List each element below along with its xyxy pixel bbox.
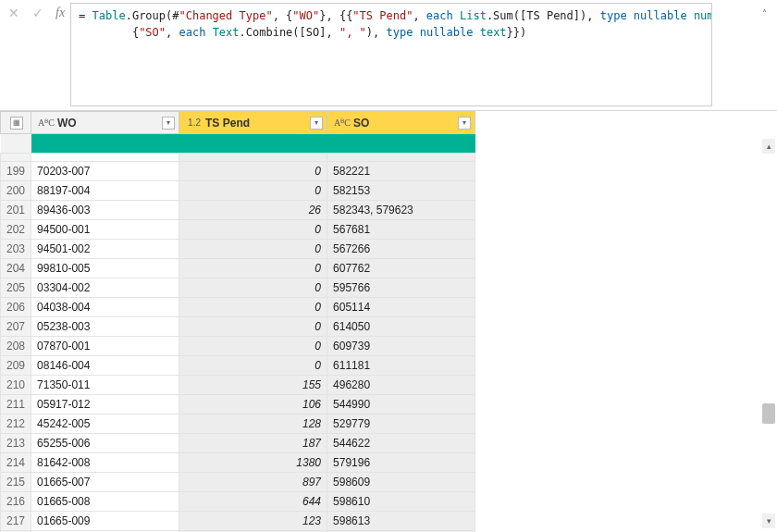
cell-so[interactable]: 582221 (327, 162, 475, 181)
table-row[interactable]: 21105917-012106544990 (1, 395, 475, 414)
row-index: 206 (1, 298, 31, 317)
table-row[interactable]: 21701665-009123598613 (1, 512, 475, 531)
cell-ts-pend[interactable]: 26 (179, 201, 327, 220)
scroll-down-button[interactable]: ▾ (762, 513, 775, 528)
cell-so[interactable]: 567681 (327, 220, 475, 240)
formula-accept-button[interactable]: ✓ (28, 4, 48, 22)
cell-wo[interactable]: 03304-002 (31, 278, 179, 298)
cell-ts-pend[interactable]: 0 (179, 162, 327, 181)
cell-wo[interactable]: 05917-012 (31, 395, 179, 414)
column-header-ts-pend[interactable]: 1.2 TS Pend ▾ (179, 112, 327, 134)
table-row[interactable]: 19970203-0070582221 (1, 162, 475, 181)
cell-wo[interactable]: 08146-004 (31, 356, 179, 376)
cell-wo[interactable]: 89436-003 (31, 201, 179, 220)
cell-so[interactable]: 582153 (327, 181, 475, 201)
table-row[interactable]: 20908146-0040611181 (1, 356, 475, 376)
cell-so[interactable]: 605114 (327, 298, 475, 317)
column-filter-button[interactable]: ▾ (310, 117, 323, 130)
column-header-so[interactable]: AᴮC SO ▾ (327, 112, 475, 134)
scroll-up-button[interactable]: ▴ (762, 139, 775, 154)
cell-wo[interactable]: 94501-002 (31, 240, 179, 259)
cell-so[interactable]: 611181 (327, 356, 475, 376)
cell-so[interactable]: 582343, 579623 (327, 201, 475, 220)
table-row[interactable]: 21501665-007897598609 (1, 473, 475, 492)
table-row[interactable]: 20503304-0020595766 (1, 278, 475, 298)
cell-wo[interactable]: 04038-004 (31, 298, 179, 317)
cell-wo[interactable]: 05238-003 (31, 317, 179, 337)
cell-ts-pend[interactable]: 0 (179, 356, 327, 376)
cell-ts-pend[interactable]: 897 (179, 473, 327, 492)
type-number-icon: 1.2 (185, 115, 204, 131)
cell-ts-pend[interactable]: 0 (179, 181, 327, 201)
cell-wo[interactable]: 01665-009 (31, 512, 179, 531)
row-index: 214 (1, 453, 31, 473)
cell-ts-pend[interactable]: 0 (179, 220, 327, 240)
formula-collapse-button[interactable]: ˄ (757, 6, 771, 20)
cell-wo[interactable]: 81642-008 (31, 453, 179, 473)
cell-ts-pend[interactable]: 106 (179, 395, 327, 414)
cell-wo[interactable]: 01665-007 (31, 473, 179, 492)
table-row[interactable]: 20604038-0040605114 (1, 298, 475, 317)
cell-ts-pend[interactable]: 0 (179, 317, 327, 337)
cell-wo[interactable]: 07870-001 (31, 337, 179, 356)
data-grid[interactable]: ▦ AᴮC WO ▾ 1.2 TS Pend (0, 111, 475, 532)
cell-so[interactable]: 544990 (327, 395, 475, 414)
cell-wo[interactable]: 99810-005 (31, 259, 179, 278)
cell-so[interactable]: 595766 (327, 278, 475, 298)
table-row[interactable]: 21071350-011155496280 (1, 376, 475, 395)
cell-wo[interactable]: 45242-005 (31, 414, 179, 434)
table-row[interactable]: 20705238-0030614050 (1, 317, 475, 337)
table-row[interactable]: 21481642-0081380579196 (1, 453, 475, 473)
table-row[interactable]: 21365255-006187544622 (1, 434, 475, 453)
cell-ts-pend[interactable]: 0 (179, 337, 327, 356)
cell-so[interactable]: 544622 (327, 434, 475, 453)
table-row[interactable]: 20807870-0010609739 (1, 337, 475, 356)
cell-ts-pend[interactable]: 187 (179, 434, 327, 453)
cell-ts-pend[interactable]: 155 (179, 376, 327, 395)
table-row[interactable]: 21245242-005128529779 (1, 414, 475, 434)
cell-wo[interactable]: 70203-007 (31, 162, 179, 181)
column-filter-button[interactable]: ▾ (162, 117, 175, 130)
table-row[interactable]: 20394501-0020567266 (1, 240, 475, 259)
formula-cancel-button[interactable]: ✕ (4, 4, 24, 22)
cell-ts-pend[interactable]: 0 (179, 278, 327, 298)
row-index: 209 (1, 356, 31, 376)
row-index: 213 (1, 434, 31, 453)
column-filter-button[interactable]: ▾ (458, 117, 471, 130)
column-label: TS Pend (205, 117, 310, 130)
cell-wo[interactable]: 71350-011 (31, 376, 179, 395)
cell-so[interactable]: 529779 (327, 414, 475, 434)
cell-ts-pend[interactable]: 644 (179, 492, 327, 512)
cell-ts-pend[interactable]: 1380 (179, 453, 327, 473)
cell-wo[interactable]: 94500-001 (31, 220, 179, 240)
table-row[interactable]: 21601665-008644598610 (1, 492, 475, 512)
cell-ts-pend[interactable]: 123 (179, 512, 327, 531)
cell-so[interactable]: 567266 (327, 240, 475, 259)
table-row[interactable]: 20499810-0050607762 (1, 259, 475, 278)
cell-ts-pend[interactable]: 128 (179, 414, 327, 434)
cell-so[interactable]: 598609 (327, 473, 475, 492)
cell-so[interactable]: 598610 (327, 492, 475, 512)
table-row[interactable]: 20088197-0040582153 (1, 181, 475, 201)
formula-input[interactable]: = Table.Group(#"Changed Type", {"WO"}, {… (70, 3, 712, 106)
fx-label: fx (52, 4, 70, 22)
cell-so[interactable]: 579196 (327, 453, 475, 473)
table-row[interactable]: 20294500-0010567681 (1, 220, 475, 240)
cell-wo[interactable]: 65255-006 (31, 434, 179, 453)
cell-so[interactable]: 614050 (327, 317, 475, 337)
row-selector-header[interactable]: ▦ (1, 112, 31, 134)
cell-wo[interactable]: 01665-008 (31, 492, 179, 512)
cell-wo[interactable]: 88197-004 (31, 181, 179, 201)
table-row[interactable]: 20189436-00326582343, 579623 (1, 201, 475, 220)
cell-so[interactable]: 609739 (327, 337, 475, 356)
cell-ts-pend[interactable]: 0 (179, 240, 327, 259)
row-index: 207 (1, 317, 31, 337)
scroll-thumb[interactable] (762, 403, 775, 424)
cell-so[interactable]: 607762 (327, 259, 475, 278)
cell-ts-pend[interactable]: 0 (179, 298, 327, 317)
cell-so[interactable]: 598613 (327, 512, 475, 531)
cell-so[interactable]: 496280 (327, 376, 475, 395)
cell-ts-pend[interactable]: 0 (179, 259, 327, 278)
type-text-icon: AᴮC (333, 115, 352, 131)
column-header-wo[interactable]: AᴮC WO ▾ (31, 112, 179, 134)
